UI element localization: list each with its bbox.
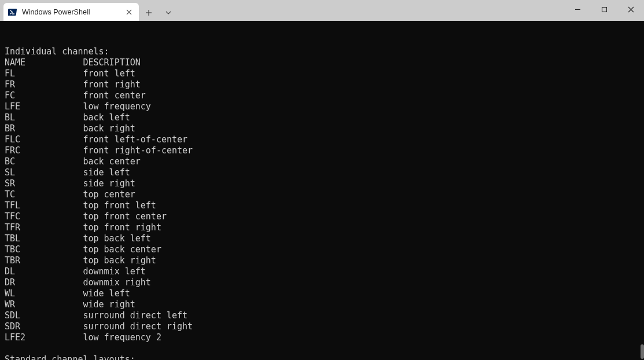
window-controls <box>564 0 644 19</box>
terminal-text: Individual channels:NAME DESCRIPTIONFL f… <box>5 46 639 360</box>
terminal-output[interactable]: Individual channels:NAME DESCRIPTIONFL f… <box>0 21 644 360</box>
tabs-area: Windows PowerShell <box>0 0 564 22</box>
chevron-down-icon <box>165 9 172 16</box>
plus-icon <box>145 9 152 16</box>
new-tab-button[interactable] <box>139 3 159 22</box>
maximize-icon <box>601 6 608 13</box>
minimize-icon <box>575 6 581 13</box>
maximize-button[interactable] <box>591 0 617 19</box>
window-titlebar: Windows PowerShell <box>0 0 644 21</box>
tab-close-button[interactable] <box>124 7 134 17</box>
tab-dropdown-button[interactable] <box>159 3 178 22</box>
tab-powershell[interactable]: Windows PowerShell <box>3 3 139 21</box>
scrollbar[interactable] <box>641 21 644 360</box>
scrollbar-thumb[interactable] <box>641 344 644 359</box>
close-icon <box>628 6 634 13</box>
minimize-button[interactable] <box>564 0 591 19</box>
tab-title: Windows PowerShell <box>22 8 119 16</box>
powershell-icon <box>8 8 17 17</box>
close-icon <box>126 9 132 15</box>
window-close-button[interactable] <box>617 0 644 19</box>
svg-rect-7 <box>602 7 606 12</box>
